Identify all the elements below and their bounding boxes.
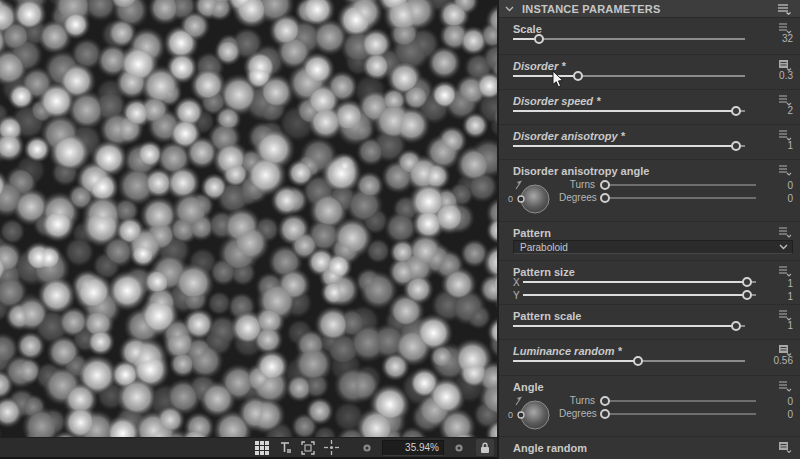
turns-slider[interactable] xyxy=(600,180,756,190)
angle-dial[interactable]: 0 xyxy=(507,174,555,220)
param-label: Pattern xyxy=(513,227,551,239)
param-menu-icon[interactable] xyxy=(778,380,792,392)
instance-parameters-panel: INSTANCE PARAMETERS Scale 32 Disorder * xyxy=(497,0,800,459)
param-pattern: Pattern Paraboloid xyxy=(499,222,800,261)
slider-handle[interactable] xyxy=(731,321,741,331)
param-disorder-anisotropy: Disorder anisotropy * 1 xyxy=(499,125,800,160)
param-value[interactable]: 2 xyxy=(787,105,793,116)
zoom-in-button[interactable] xyxy=(451,440,467,456)
slider-handle[interactable] xyxy=(573,71,583,81)
degrees-slider[interactable] xyxy=(600,193,756,203)
panel-header: INSTANCE PARAMETERS xyxy=(499,0,800,18)
pattern-size-x-row: X xyxy=(513,276,756,288)
turns-label: Turns xyxy=(559,395,595,406)
param-value[interactable]: 32 xyxy=(782,33,793,44)
param-value[interactable]: 1 xyxy=(787,320,793,331)
center-view-icon[interactable] xyxy=(323,440,339,456)
x-axis-label: X xyxy=(513,277,523,288)
angle-mini-sliders: Turns Degrees xyxy=(559,394,756,420)
dial-zero-label: 0 xyxy=(508,410,513,420)
slider-handle[interactable] xyxy=(633,356,643,366)
turns-value[interactable]: 0 xyxy=(787,180,793,191)
pattern-scale-slider[interactable] xyxy=(513,321,745,331)
param-disorder-anisotropy-angle: Disorder anisotropy angle 0 Turns xyxy=(499,160,800,222)
angle-dial[interactable]: 0 xyxy=(507,390,555,436)
param-value-x[interactable]: 1 xyxy=(787,278,793,289)
param-disorder: Disorder * 0.3 xyxy=(499,55,800,90)
pattern-size-x-slider[interactable] xyxy=(523,277,756,287)
pattern-size-y-slider[interactable] xyxy=(523,290,756,300)
zoom-level-input[interactable] xyxy=(382,440,444,456)
param-angle: Angle 0 Turns xyxy=(499,376,800,437)
scale-slider[interactable] xyxy=(513,34,745,44)
turns-slider[interactable] xyxy=(600,396,756,406)
param-pattern-size: Pattern size X Y 1 1 xyxy=(499,261,800,305)
param-menu-icon[interactable] xyxy=(778,226,792,238)
slider-handle[interactable] xyxy=(600,193,610,203)
disorder-slider[interactable] xyxy=(513,71,745,81)
grid-icon[interactable] xyxy=(254,440,270,456)
collapse-chevron-icon[interactable] xyxy=(505,6,514,12)
degrees-value[interactable]: 0 xyxy=(787,409,793,420)
degrees-slider[interactable] xyxy=(600,409,756,419)
degrees-value[interactable]: 0 xyxy=(787,193,793,204)
param-menu-icon[interactable] xyxy=(778,164,792,176)
fit-view-icon[interactable] xyxy=(300,440,316,456)
slider-handle[interactable] xyxy=(731,106,741,116)
tiling-icon[interactable] xyxy=(277,440,293,456)
chevron-down-icon xyxy=(779,244,788,250)
slider-handle[interactable] xyxy=(534,34,544,44)
angle-mini-sliders: Turns Degrees xyxy=(559,178,756,204)
disorder-anisotropy-slider[interactable] xyxy=(513,141,745,151)
param-function-icon[interactable] xyxy=(778,441,792,453)
param-value[interactable]: 1 xyxy=(787,140,793,151)
slider-handle[interactable] xyxy=(742,290,752,300)
param-scale: Scale 32 xyxy=(499,18,800,55)
slider-handle[interactable] xyxy=(600,396,610,406)
param-disorder-speed: Disorder speed * 2 xyxy=(499,90,800,125)
param-angle-random: Angle random xyxy=(499,437,800,459)
param-pattern-scale: Pattern scale 1 xyxy=(499,305,800,340)
degrees-label: Degrees xyxy=(559,192,595,203)
texture-canvas[interactable] xyxy=(0,0,497,437)
zoom-out-button[interactable] xyxy=(359,440,375,456)
param-menu-icon[interactable] xyxy=(778,265,792,277)
turns-value[interactable]: 0 xyxy=(787,396,793,407)
param-luminance-random: Luminance random * 0.56 xyxy=(499,340,800,376)
pattern-dropdown[interactable]: Paraboloid xyxy=(513,240,793,254)
y-axis-label: Y xyxy=(513,290,523,301)
panel-title: INSTANCE PARAMETERS xyxy=(522,3,660,15)
slider-handle[interactable] xyxy=(600,409,610,419)
param-value[interactable]: 0.56 xyxy=(774,355,793,366)
luminance-random-slider[interactable] xyxy=(513,356,745,366)
disorder-speed-slider[interactable] xyxy=(513,106,745,116)
texture-2d-view[interactable] xyxy=(0,0,497,459)
slider-handle[interactable] xyxy=(742,277,752,287)
pattern-size-y-row: Y xyxy=(513,289,756,301)
slider-handle[interactable] xyxy=(600,180,610,190)
dial-zero-label: 0 xyxy=(508,194,513,204)
dial-handle[interactable] xyxy=(518,196,524,202)
slider-handle[interactable] xyxy=(731,141,741,151)
turns-label: Turns xyxy=(559,179,595,190)
pattern-selected-value: Paraboloid xyxy=(520,242,779,253)
param-value[interactable]: 0.3 xyxy=(779,70,793,81)
viewport-toolbar xyxy=(0,437,497,457)
param-value-y[interactable]: 1 xyxy=(787,291,793,302)
param-label: Angle random xyxy=(513,442,587,454)
panel-menu-icon[interactable] xyxy=(777,3,792,15)
lock-zoom-button[interactable] xyxy=(476,439,494,456)
dial-handle[interactable] xyxy=(518,412,524,418)
degrees-label: Degrees xyxy=(559,408,595,419)
